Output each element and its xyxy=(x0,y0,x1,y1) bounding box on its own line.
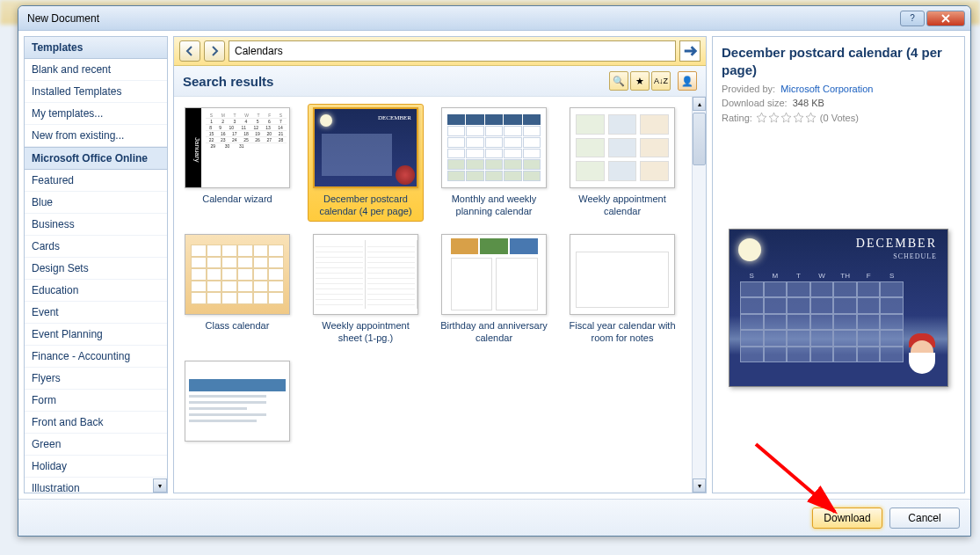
sidebar-item-design-sets[interactable]: Design Sets xyxy=(25,258,167,280)
preview-subtitle: SCHEDULE xyxy=(893,252,937,260)
results-title: Search results xyxy=(183,74,609,89)
template-label: December postcard calendar (4 per page) xyxy=(311,194,420,218)
results-scrollbar[interactable]: ▴ ▾ xyxy=(692,97,706,493)
sidebar-item-form[interactable]: Form xyxy=(25,390,167,412)
nav-back-button[interactable] xyxy=(179,40,200,62)
sidebar-item-green[interactable]: Green xyxy=(25,434,167,456)
cancel-button[interactable]: Cancel xyxy=(889,508,960,529)
user-templates-button[interactable]: 👤 xyxy=(678,71,697,91)
moon-icon xyxy=(738,238,761,261)
close-button[interactable] xyxy=(926,11,965,26)
sidebar-item-finance-accounting[interactable]: Finance - Accounting xyxy=(25,346,167,368)
sidebar-item-event[interactable]: Event xyxy=(25,302,167,324)
template-label: Weekly appointment calendar xyxy=(568,194,677,218)
scroll-up-icon[interactable]: ▴ xyxy=(693,97,706,111)
sidebar-item-blank-and-recent[interactable]: Blank and recent xyxy=(25,59,167,81)
view-favorites-button[interactable]: ★ xyxy=(630,71,650,91)
template-label: Fiscal year calendar with room for notes xyxy=(568,320,677,345)
rating-votes: (0 Votes) xyxy=(820,113,859,123)
provider-link[interactable]: Microsoft Corporation xyxy=(780,84,873,94)
sidebar-item-event-planning[interactable]: Event Planning xyxy=(25,324,167,346)
results-grid[interactable]: ▴ ▾ JanuarySMTWTFS1234567891011121314151… xyxy=(174,97,706,493)
template-card[interactable]: Weekly appointment sheet (1-pg.) xyxy=(308,230,424,348)
sidebar-item-holiday[interactable]: Holiday xyxy=(25,456,167,478)
sidebar-item-microsoft-office-online[interactable]: Microsoft Office Online xyxy=(25,147,167,170)
sidebar-item-flyers[interactable]: Flyers xyxy=(25,368,167,390)
view-toolbar: 🔍 ★ A↓Z 👤 xyxy=(609,71,697,91)
sidebar-item-blue[interactable]: Blue xyxy=(25,192,167,214)
center-pane: Calendars Search results 🔍 ★ A↓Z 👤 ▴ xyxy=(173,36,707,493)
sidebar-item-education[interactable]: Education xyxy=(25,280,167,302)
scroll-down-icon[interactable]: ▾ xyxy=(693,478,706,493)
sidebar-item-illustration[interactable]: Illustration xyxy=(25,478,167,493)
sidebar-item-featured[interactable]: Featured xyxy=(25,170,167,192)
breadcrumb-bar: Calendars xyxy=(174,37,706,66)
template-card[interactable]: Birthday and anniversary calendar xyxy=(436,230,552,348)
preview-download-size: Download size: 348 KB xyxy=(722,98,955,108)
template-card[interactable]: Monthly and weekly planning calendar xyxy=(436,104,552,222)
dialog-body: Templates Blank and recentInstalled Temp… xyxy=(18,31,970,499)
sidebar-header: Templates xyxy=(25,37,167,59)
new-document-dialog: New Document ? Templates Blank and recen… xyxy=(18,5,971,537)
preview-image: DECEMBER SCHEDULE SMTWTHFS xyxy=(729,229,948,387)
template-label: Birthday and anniversary calendar xyxy=(439,320,548,345)
sidebar-scroll-down-icon[interactable]: ▾ xyxy=(153,478,167,493)
templates-sidebar: Templates Blank and recentInstalled Temp… xyxy=(24,36,168,493)
template-card[interactable]: JanuarySMTWTFS12345678910111213141516171… xyxy=(179,104,295,222)
preview-calendar: SMTWTHFS xyxy=(740,272,904,365)
view-sort-button[interactable]: A↓Z xyxy=(651,71,671,91)
template-label: Monthly and weekly planning calendar xyxy=(439,194,548,218)
preview-title: December postcard calendar (4 per page) xyxy=(722,44,955,78)
window-title: New Document xyxy=(24,12,900,25)
template-card[interactable]: Class calendar xyxy=(179,230,295,348)
nav-forward-button[interactable] xyxy=(204,40,225,62)
preview-rating: Rating: (0 Votes) xyxy=(722,112,955,123)
sidebar-item-cards[interactable]: Cards xyxy=(25,236,167,258)
download-button[interactable]: Download xyxy=(812,508,882,529)
help-button[interactable]: ? xyxy=(900,11,925,26)
sidebar-item-new-from-existing-[interactable]: New from existing... xyxy=(25,125,167,147)
preview-image-area: DECEMBER SCHEDULE SMTWTHFS xyxy=(722,130,955,486)
breadcrumb-input[interactable]: Calendars xyxy=(229,40,676,62)
santa-icon xyxy=(902,333,944,383)
breadcrumb-text: Calendars xyxy=(235,45,283,57)
sidebar-list[interactable]: Blank and recentInstalled TemplatesMy te… xyxy=(25,59,167,493)
scroll-thumb[interactable] xyxy=(693,113,706,165)
titlebar: New Document ? xyxy=(18,6,970,31)
preview-provided-by: Provided by: Microsoft Corporation xyxy=(722,84,955,94)
preview-pane: December postcard calendar (4 per page) … xyxy=(712,36,965,493)
view-zoom-button[interactable]: 🔍 xyxy=(609,71,628,91)
sidebar-item-installed-templates[interactable]: Installed Templates xyxy=(25,81,167,103)
template-card[interactable] xyxy=(179,357,295,475)
template-card[interactable]: Fiscal year calendar with room for notes xyxy=(564,230,680,348)
template-card[interactable]: DECEMBERDecember postcard calendar (4 pe… xyxy=(308,104,424,222)
titlebar-controls: ? xyxy=(900,11,965,26)
template-label: Calendar wizard xyxy=(202,194,272,218)
preview-month: DECEMBER xyxy=(856,237,937,251)
template-label: Class calendar xyxy=(206,320,270,345)
sidebar-item-my-templates-[interactable]: My templates... xyxy=(25,103,167,125)
sidebar-item-front-and-back[interactable]: Front and Back xyxy=(25,412,167,434)
breadcrumb-go-button[interactable] xyxy=(679,40,701,62)
rating-stars[interactable] xyxy=(756,112,817,123)
template-card[interactable]: Weekly appointment calendar xyxy=(564,104,680,222)
results-header: Search results 🔍 ★ A↓Z 👤 xyxy=(174,66,706,97)
dialog-footer: Download Cancel xyxy=(18,499,970,536)
sidebar-item-business[interactable]: Business xyxy=(25,214,167,236)
template-label: Weekly appointment sheet (1-pg.) xyxy=(311,320,420,345)
